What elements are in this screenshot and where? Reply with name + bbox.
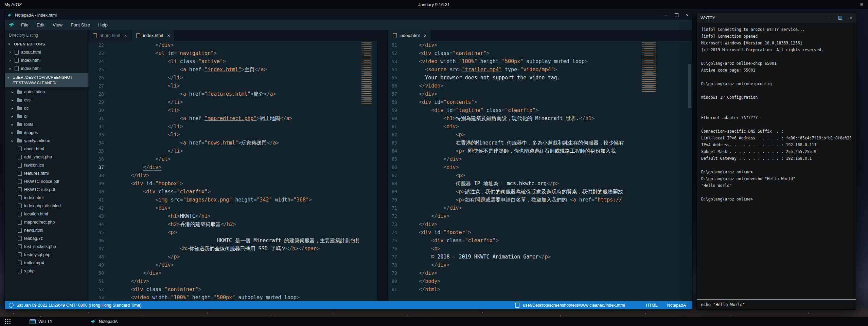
terminal-line: D:\golang\aroz online>echo "Hello World": [701, 175, 851, 182]
code-line-31: 31 <a href="mapredirect.php">網上地圖</a>: [88, 114, 377, 122]
folder-item[interactable]: ▸dc: [5, 104, 88, 112]
file-item[interactable]: news.html: [5, 226, 88, 234]
code-line-content: </body>: [402, 277, 440, 285]
line-number: 33: [88, 131, 111, 139]
folder-item[interactable]: ▸css: [5, 96, 88, 104]
line-number: 45: [88, 228, 111, 236]
close-button[interactable]: ×: [686, 13, 689, 18]
menu-font-size[interactable]: Font Size: [67, 22, 94, 27]
open-editors-header[interactable]: ▾ OPEN EDITORS: [5, 40, 88, 48]
hamburger-menu-icon[interactable]: ≡: [860, 0, 863, 9]
line-number: 36: [88, 155, 111, 163]
file-item[interactable]: teabag.7z: [5, 234, 88, 243]
code-line-content: </div>: [402, 269, 437, 277]
file-item[interactable]: test_sockets.php: [5, 243, 88, 251]
file-item[interactable]: mapredirect.php: [5, 218, 88, 226]
code-line-content: <div>: [402, 122, 459, 131]
terminal-output[interactable]: [info] Connecting to arozos WsTTY servic…: [697, 23, 856, 299]
close-icon[interactable]: ×: [9, 58, 12, 63]
code-line-content: <p>如有問題或需要申請白名單，歡迎加入我們的 <a href="https:/…: [402, 196, 622, 204]
terminal-line: Subnet Mask . . . . . . . . . . . : 255.…: [701, 148, 851, 155]
folder-icon: [17, 139, 22, 142]
code-line-content: <p> 即使你不是建築師，你也能透過紅石師或鐵路工程師的身份加入我: [402, 147, 616, 155]
bracket-highlight: </div>: [143, 164, 161, 171]
file-item[interactable]: trailer.mp4: [5, 259, 88, 267]
notepada-titlebar[interactable]: NotepadA - index.html – ×: [5, 11, 692, 20]
close-tab-icon[interactable]: ×: [424, 33, 426, 38]
terminal-line: [701, 189, 851, 196]
terminal-line: [701, 74, 851, 80]
taskbar-item-notepada[interactable]: NotepadA: [91, 319, 118, 324]
file-name: HKWTC rule.pdf: [24, 187, 55, 192]
tab-about.html[interactable]: about.html×: [88, 30, 132, 41]
minimize-button[interactable]: –: [665, 13, 667, 18]
file-icon: [18, 155, 22, 159]
file-item[interactable]: HKWTC rule.pdf: [5, 186, 88, 194]
code-line-39: 39 <div id="topbox">: [88, 179, 377, 188]
workspace-root[interactable]: ▾ USER:/DESKTOP/SCREENSHOT /TEST/WWW CLE…: [5, 73, 88, 87]
file-item[interactable]: x.php: [5, 267, 88, 275]
tab-index.html[interactable]: index.html×: [132, 30, 175, 41]
code-line-content: </video>: [402, 82, 443, 90]
minimize-button[interactable]: –: [828, 15, 831, 20]
close-icon[interactable]: ×: [9, 66, 12, 71]
file-item[interactable]: testmysql.php: [5, 251, 88, 259]
code-line-49: 49 </div>: [88, 261, 377, 269]
menu-help[interactable]: Help: [94, 22, 112, 27]
file-item[interactable]: favicon.ico: [5, 161, 88, 169]
minimap-left[interactable]: [359, 41, 377, 301]
folder-item[interactable]: ▸yamlyamlinux: [5, 137, 88, 145]
line-number: 48: [88, 253, 111, 261]
menu-file[interactable]: File: [17, 22, 33, 27]
tab-index.html[interactable]: index.html×: [388, 30, 431, 41]
line-number: 46: [88, 236, 111, 245]
line-number: 22: [88, 41, 111, 49]
status-language[interactable]: HTML: [646, 303, 657, 308]
folder-item[interactable]: ▸autostation: [5, 88, 88, 96]
code-line-content: <p>: [402, 245, 440, 253]
taskbar-item-wstty[interactable]: WsTTY: [30, 319, 53, 324]
menu-view[interactable]: View: [49, 22, 67, 27]
line-number: 43: [88, 212, 111, 220]
open-editor-item[interactable]: ×index.html: [5, 56, 88, 64]
file-item[interactable]: about.html: [5, 145, 88, 153]
code-line-36: 36 </ul>: [88, 155, 377, 163]
file-item[interactable]: add_vhost.php: [5, 153, 88, 161]
maximize-button[interactable]: [675, 13, 678, 17]
file-item[interactable]: HKWTC notice.pdf: [5, 177, 88, 186]
minimap-stripes: [641, 42, 661, 92]
folder-icon: [17, 107, 22, 110]
workspace-root-line2: /TEST/WWW CLEANED/: [7, 80, 86, 85]
file-item[interactable]: index.php_disabled: [5, 202, 88, 210]
code-line-22: 22 </div>: [88, 41, 377, 49]
file-item[interactable]: location.html: [5, 210, 88, 218]
notepada-logo-icon: [7, 13, 12, 18]
file-icon: [18, 179, 22, 184]
scrollbar-thumb[interactable]: [688, 64, 691, 108]
code-line-content: <div class="clearfix">: [402, 236, 499, 245]
close-tab-icon[interactable]: ×: [167, 33, 170, 38]
folder-item[interactable]: ▸dl: [5, 112, 88, 120]
terminal-input[interactable]: echo "Hello World": [697, 299, 856, 309]
pane-divider[interactable]: [377, 30, 388, 301]
close-button[interactable]: ×: [850, 15, 852, 20]
close-tab-icon[interactable]: ×: [124, 33, 127, 38]
folder-icon: [17, 91, 22, 94]
file-item[interactable]: features.html: [5, 169, 88, 177]
open-editors-list: ×about.html×index.html×index.html: [5, 48, 88, 73]
menu-edit[interactable]: Edit: [33, 22, 49, 27]
open-editor-item[interactable]: ×about.html: [5, 48, 88, 56]
open-editor-item[interactable]: ×index.html: [5, 64, 88, 73]
line-number: 76: [388, 245, 402, 253]
editor-left[interactable]: 22 </div>23 <ul id="navigation">24 <li c…: [88, 41, 377, 301]
wstty-titlebar[interactable]: WsTTY – ×: [697, 13, 856, 23]
maximize-button[interactable]: [838, 16, 842, 20]
app-launcher-icon[interactable]: [4, 318, 11, 325]
editor-right[interactable]: 51 </div>52 <div class="container">53 <v…: [388, 41, 692, 301]
minimap-right[interactable]: [639, 41, 663, 301]
file-item[interactable]: index.html: [5, 194, 88, 202]
aroz-brand[interactable]: My ArOZ: [4, 2, 22, 7]
folder-item[interactable]: ▸images: [5, 129, 88, 137]
close-icon[interactable]: ×: [9, 50, 12, 55]
folder-item[interactable]: ▸fonts: [5, 120, 88, 129]
